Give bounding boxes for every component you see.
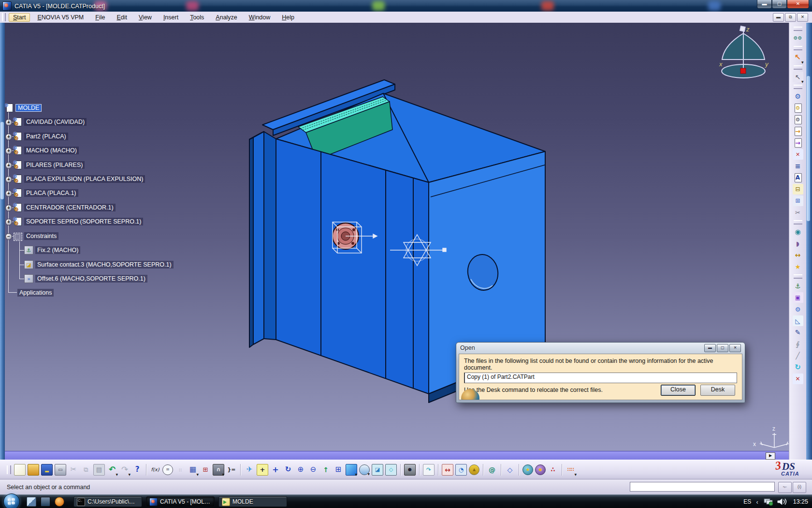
- tree-node-label[interactable]: CENTRADOR (CENTRADOR.1): [24, 204, 116, 211]
- formula-icon[interactable]: f(x): [150, 464, 160, 475]
- tree-node-soporte-sepro-soporte-sepro-1[interactable]: ⚙⚙SOPORTE SEPRO (SOPORTE SEPRO.1): [14, 216, 143, 227]
- tree-node-placa-placa-1[interactable]: ⚙⚙PLACA (PLACA.1): [14, 188, 78, 198]
- toolbar-grip[interactable]: [794, 274, 802, 279]
- menu-analyze[interactable]: Analyze: [211, 13, 241, 22]
- copy-icon[interactable]: ⧉: [81, 464, 91, 475]
- menu-edit[interactable]: Edit: [112, 13, 131, 22]
- paste-icon[interactable]: ▤: [93, 464, 105, 476]
- dialog-title-bar[interactable]: Open ▬ ▢ ✕: [456, 343, 745, 353]
- tree-node-part2-placa[interactable]: ⚙⚙Part2 (PLACA): [14, 131, 68, 142]
- clock[interactable]: 13:25: [793, 498, 808, 505]
- snap-pattern-icon[interactable]: ∷∷▼: [566, 464, 576, 475]
- tree-node-molde[interactable]: ⚙MOLDE: [5, 103, 42, 113]
- fix-together-icon[interactable]: ▣: [793, 292, 803, 303]
- toolbar-grip[interactable]: [794, 46, 802, 50]
- tree-node-placa-expulsion-placa-expulsion[interactable]: ⚙⚙PLACA EXPULSION (PLACA EXPULSION): [14, 174, 145, 184]
- multi-view-icon[interactable]: ⊞: [333, 464, 344, 475]
- menu-help[interactable]: Help: [277, 13, 299, 22]
- smart-pick-icon[interactable]: ↖▼: [793, 72, 803, 82]
- knowledge-icon[interactable]: ::: [175, 464, 186, 475]
- new-product-icon[interactable]: ⚙: [793, 114, 803, 125]
- show-desktop-icon[interactable]: [41, 497, 50, 507]
- eraser-icon[interactable]: ◇: [505, 464, 515, 475]
- tree-node-applications[interactable]: Applications: [17, 287, 54, 298]
- flexible-rigid-icon[interactable]: ◺: [793, 315, 803, 326]
- quick-constraint-icon[interactable]: ⚙: [793, 304, 803, 314]
- maximize-button[interactable]: ▢: [772, 0, 787, 9]
- toolbar-grip[interactable]: [794, 65, 802, 70]
- toolbar-grip[interactable]: [7, 465, 11, 474]
- contact-constraint-icon[interactable]: ◗: [793, 238, 803, 249]
- design-table-icon[interactable]: ▦▼: [188, 464, 198, 475]
- expand-node-button[interactable]: +: [5, 205, 12, 211]
- change-constraint-icon[interactable]: ✎: [793, 327, 803, 338]
- tree-node-centrador-centrador-1[interactable]: ⚙⚙CENTRADOR (CENTRADOR.1): [14, 202, 116, 213]
- tree-node-label[interactable]: Offset.6 (MACHO,SOPORTE SEPRO.1): [35, 275, 147, 283]
- minimize-button[interactable]: ▬: [757, 0, 772, 9]
- start-button[interactable]: [3, 493, 20, 508]
- taskbar-button-c-users-public-des[interactable]: C:\Users\Public\Des...: [73, 496, 142, 507]
- desk-button[interactable]: Desk: [700, 385, 735, 396]
- manage-representations-icon[interactable]: ⊞: [793, 195, 803, 206]
- swap-visible-space-icon[interactable]: ◇: [385, 464, 397, 476]
- multi-instantiation-icon[interactable]: ✂: [793, 207, 803, 218]
- selective-load-icon[interactable]: ⊟: [793, 184, 803, 194]
- menu-enovia-v5-vpm[interactable]: ENOVIA V5 VPM: [33, 13, 88, 22]
- mdi-minimize-button[interactable]: ▬: [773, 13, 784, 22]
- redo-icon[interactable]: ↷▼: [119, 464, 130, 475]
- tray-expand-chevron[interactable]: ‹: [756, 498, 758, 506]
- graph-tree-reordering-icon[interactable]: ≡: [793, 161, 803, 171]
- tree-node-label[interactable]: Applications: [17, 289, 54, 297]
- command-input[interactable]: [630, 482, 775, 492]
- render-style-icon[interactable]: ▼: [359, 464, 370, 475]
- tree-node-label[interactable]: Part2 (PLACA): [24, 133, 68, 140]
- comment-icon[interactable]: ≡: [162, 464, 173, 475]
- angle-constraint-icon[interactable]: ★: [793, 261, 803, 272]
- scroll-thumb[interactable]: [0, 122, 4, 199]
- tree-node-cavidad-cavidad[interactable]: ⚙⚙CAVIDAD (CAVIDAD): [14, 117, 87, 127]
- tree-node-label[interactable]: PLACA EXPULSION (PLACA EXPULSION): [24, 175, 145, 183]
- paperclip-icon[interactable]: ∮: [793, 339, 803, 349]
- open-dialog[interactable]: Open ▬ ▢ ✕ The files in the following li…: [456, 342, 745, 403]
- scroll-thumb[interactable]: [807, 76, 810, 221]
- zoom-in-icon[interactable]: ⊕: [295, 464, 306, 475]
- measure-item-icon[interactable]: ◔: [455, 464, 467, 476]
- window-switcher-icon[interactable]: [27, 497, 36, 507]
- save-icon[interactable]: ▂: [41, 464, 53, 476]
- taskbar-button-catia-v5-molde[interactable]: CATIA V5 - [MOLDE...: [146, 496, 215, 507]
- tree-node-label[interactable]: Surface contact.3 (MACHO,SOPORTE SEPRO.1…: [35, 261, 174, 269]
- cut-icon[interactable]: ✂: [68, 464, 79, 475]
- camera-capture-icon[interactable]: ●: [404, 464, 416, 476]
- tree-node-label[interactable]: MACHO (MACHO): [24, 147, 79, 154]
- print-icon[interactable]: ▭: [55, 464, 66, 476]
- dialog-close-button[interactable]: ✕: [729, 344, 741, 352]
- tree-node-label[interactable]: PLACA (PLACA.1): [24, 189, 78, 197]
- select-arrow-icon[interactable]: ↖▼: [793, 52, 803, 63]
- tree-node-macho-macho[interactable]: ⚙⚙MACHO (MACHO): [14, 145, 79, 156]
- open-folder-icon[interactable]: [28, 464, 39, 476]
- hide-show-icon[interactable]: ◪: [372, 464, 383, 476]
- collapse-node-button[interactable]: −: [5, 233, 12, 240]
- title-bar[interactable]: CATIA V5 - [MOLDE.CATProduct] ▬ ▢ ✕: [0, 0, 812, 12]
- normal-view-icon[interactable]: ↑: [320, 464, 331, 475]
- tree-node-label[interactable]: Constraints: [24, 232, 58, 240]
- lock-icon[interactable]: ∩▼: [213, 464, 224, 476]
- reuse-pattern-icon[interactable]: ↻: [793, 362, 803, 373]
- close-button[interactable]: ✕: [787, 0, 809, 9]
- play-marker-button[interactable]: ▶: [766, 452, 775, 460]
- expand-node-button[interactable]: +: [5, 134, 12, 140]
- offset-constraint-icon[interactable]: ↔: [793, 250, 803, 260]
- rules-icon[interactable]: }=: [226, 464, 237, 475]
- menu-file[interactable]: File: [91, 13, 109, 22]
- whats-this-icon[interactable]: ?: [132, 464, 143, 475]
- new-document-icon[interactable]: [14, 464, 26, 476]
- menu-window[interactable]: Window: [245, 13, 275, 22]
- dialog-maximize-button[interactable]: ▢: [717, 344, 728, 352]
- undo-icon[interactable]: ↶▼: [107, 464, 117, 475]
- tree-node-label[interactable]: MOLDE: [15, 104, 42, 112]
- tree-node-label[interactable]: SOPORTE SEPRO (SOPORTE SEPRO.1): [24, 218, 143, 225]
- menu-grip-handle[interactable]: [2, 13, 6, 21]
- fly-mode-icon[interactable]: ✈: [244, 464, 255, 475]
- tray-icons[interactable]: [763, 497, 788, 506]
- tree-node-fix-2-macho[interactable]: ⚓Fix.2 (MACHO): [24, 245, 80, 255]
